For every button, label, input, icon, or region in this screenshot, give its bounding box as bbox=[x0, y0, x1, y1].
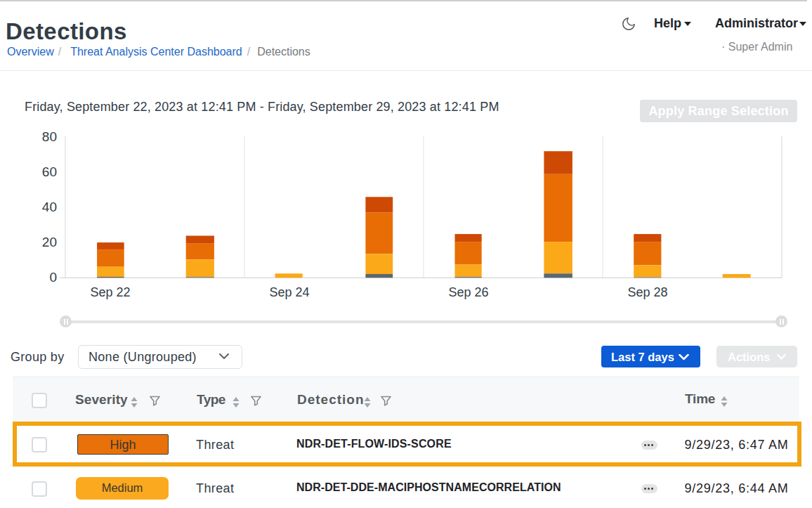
svg-text:Sep 26: Sep 26 bbox=[448, 285, 488, 299]
svg-text:Sep 24: Sep 24 bbox=[269, 285, 309, 299]
svg-text:60: 60 bbox=[42, 164, 57, 179]
svg-text:0: 0 bbox=[49, 270, 57, 285]
svg-text:20: 20 bbox=[42, 235, 57, 249]
svg-text:Sep 22: Sep 22 bbox=[90, 285, 130, 299]
svg-text:Sep 28: Sep 28 bbox=[627, 285, 667, 299]
svg-text:40: 40 bbox=[42, 200, 57, 214]
svg-text:80: 80 bbox=[42, 129, 57, 144]
